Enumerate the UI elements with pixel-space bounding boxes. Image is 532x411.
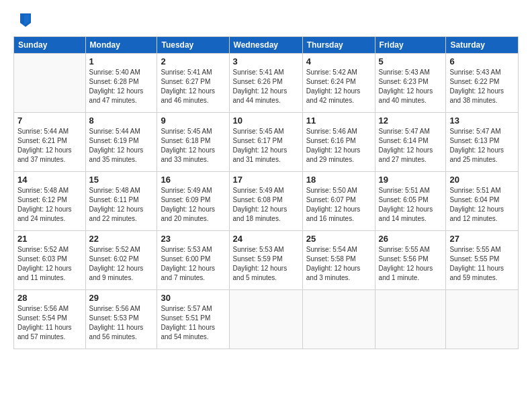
day-number: 25 <box>306 234 371 244</box>
calendar-cell: 5Sunrise: 5:43 AM Sunset: 6:23 PM Daylig… <box>375 54 446 113</box>
calendar-header-friday: Friday <box>375 37 446 54</box>
calendar-cell: 9Sunrise: 5:45 AM Sunset: 6:18 PM Daylig… <box>157 113 229 172</box>
day-number: 30 <box>161 293 225 303</box>
calendar-cell: 10Sunrise: 5:45 AM Sunset: 6:17 PM Dayli… <box>229 113 302 172</box>
calendar-cell: 7Sunrise: 5:44 AM Sunset: 6:21 PM Daylig… <box>14 113 86 172</box>
calendar-header-thursday: Thursday <box>302 37 375 54</box>
day-number: 29 <box>89 293 154 303</box>
day-number: 4 <box>306 56 371 66</box>
day-info: Sunrise: 5:40 AM Sunset: 6:28 PM Dayligh… <box>89 68 154 105</box>
day-info: Sunrise: 5:45 AM Sunset: 6:17 PM Dayligh… <box>233 127 299 165</box>
day-number: 2 <box>161 56 225 66</box>
calendar-cell <box>446 290 519 349</box>
day-info: Sunrise: 5:53 AM Sunset: 5:59 PM Dayligh… <box>233 245 299 283</box>
day-info: Sunrise: 5:46 AM Sunset: 6:16 PM Dayligh… <box>306 127 371 165</box>
calendar-cell: 11Sunrise: 5:46 AM Sunset: 6:16 PM Dayli… <box>302 113 375 172</box>
day-info: Sunrise: 5:56 AM Sunset: 5:53 PM Dayligh… <box>89 304 154 342</box>
calendar-cell: 30Sunrise: 5:57 AM Sunset: 5:51 PM Dayli… <box>157 290 229 349</box>
day-info: Sunrise: 5:50 AM Sunset: 6:07 PM Dayligh… <box>306 186 371 224</box>
day-number: 20 <box>449 175 515 185</box>
day-number: 13 <box>449 116 515 126</box>
header <box>13 11 519 30</box>
day-number: 23 <box>161 234 225 244</box>
calendar-cell: 14Sunrise: 5:48 AM Sunset: 6:12 PM Dayli… <box>14 172 86 231</box>
logo <box>13 11 34 30</box>
calendar-cell: 4Sunrise: 5:42 AM Sunset: 6:24 PM Daylig… <box>302 54 375 113</box>
calendar-header-monday: Monday <box>85 37 157 54</box>
day-info: Sunrise: 5:41 AM Sunset: 6:27 PM Dayligh… <box>161 68 225 105</box>
calendar-cell: 12Sunrise: 5:47 AM Sunset: 6:14 PM Dayli… <box>375 113 446 172</box>
day-number: 17 <box>233 175 299 185</box>
calendar-cell: 22Sunrise: 5:52 AM Sunset: 6:02 PM Dayli… <box>85 231 157 290</box>
day-number: 11 <box>306 116 371 126</box>
day-info: Sunrise: 5:51 AM Sunset: 6:05 PM Dayligh… <box>379 186 443 224</box>
calendar-cell: 29Sunrise: 5:56 AM Sunset: 5:53 PM Dayli… <box>85 290 157 349</box>
calendar-week-row: 28Sunrise: 5:56 AM Sunset: 5:54 PM Dayli… <box>14 290 519 349</box>
day-info: Sunrise: 5:43 AM Sunset: 6:22 PM Dayligh… <box>449 68 515 105</box>
day-info: Sunrise: 5:45 AM Sunset: 6:18 PM Dayligh… <box>161 127 225 165</box>
day-number: 6 <box>449 56 515 66</box>
calendar-header-tuesday: Tuesday <box>157 37 229 54</box>
day-info: Sunrise: 5:49 AM Sunset: 6:09 PM Dayligh… <box>161 186 225 224</box>
day-number: 10 <box>233 116 299 126</box>
day-number: 15 <box>89 175 154 185</box>
calendar-cell: 15Sunrise: 5:48 AM Sunset: 6:11 PM Dayli… <box>85 172 157 231</box>
calendar-cell: 25Sunrise: 5:54 AM Sunset: 5:58 PM Dayli… <box>302 231 375 290</box>
day-info: Sunrise: 5:42 AM Sunset: 6:24 PM Dayligh… <box>306 68 371 105</box>
day-info: Sunrise: 5:43 AM Sunset: 6:23 PM Dayligh… <box>379 68 443 105</box>
calendar-cell <box>302 290 375 349</box>
calendar-week-row: 21Sunrise: 5:52 AM Sunset: 6:03 PM Dayli… <box>14 231 519 290</box>
day-number: 22 <box>89 234 154 244</box>
day-info: Sunrise: 5:49 AM Sunset: 6:08 PM Dayligh… <box>233 186 299 224</box>
calendar-cell: 20Sunrise: 5:51 AM Sunset: 6:04 PM Dayli… <box>446 172 519 231</box>
calendar-header-saturday: Saturday <box>446 37 519 54</box>
day-number: 7 <box>17 116 82 126</box>
day-number: 18 <box>306 175 371 185</box>
calendar-header-wednesday: Wednesday <box>229 37 302 54</box>
day-info: Sunrise: 5:48 AM Sunset: 6:11 PM Dayligh… <box>89 186 154 224</box>
day-info: Sunrise: 5:47 AM Sunset: 6:14 PM Dayligh… <box>379 127 443 165</box>
day-info: Sunrise: 5:53 AM Sunset: 6:00 PM Dayligh… <box>161 245 225 283</box>
day-number: 28 <box>17 293 82 303</box>
day-info: Sunrise: 5:52 AM Sunset: 6:02 PM Dayligh… <box>89 245 154 283</box>
calendar-header-row: SundayMondayTuesdayWednesdayThursdayFrid… <box>14 37 519 54</box>
day-number: 9 <box>161 116 225 126</box>
day-info: Sunrise: 5:56 AM Sunset: 5:54 PM Dayligh… <box>17 304 82 342</box>
calendar-cell: 18Sunrise: 5:50 AM Sunset: 6:07 PM Dayli… <box>302 172 375 231</box>
calendar-week-row: 7Sunrise: 5:44 AM Sunset: 6:21 PM Daylig… <box>14 113 519 172</box>
day-number: 24 <box>233 234 299 244</box>
calendar-table: SundayMondayTuesdayWednesdayThursdayFrid… <box>13 36 519 349</box>
day-number: 1 <box>89 56 154 66</box>
day-info: Sunrise: 5:57 AM Sunset: 5:51 PM Dayligh… <box>161 304 225 342</box>
day-info: Sunrise: 5:44 AM Sunset: 6:19 PM Dayligh… <box>89 127 154 165</box>
day-number: 21 <box>17 234 82 244</box>
day-number: 8 <box>89 116 154 126</box>
day-info: Sunrise: 5:51 AM Sunset: 6:04 PM Dayligh… <box>449 186 515 224</box>
calendar-cell: 27Sunrise: 5:55 AM Sunset: 5:55 PM Dayli… <box>446 231 519 290</box>
calendar-cell: 21Sunrise: 5:52 AM Sunset: 6:03 PM Dayli… <box>14 231 86 290</box>
day-info: Sunrise: 5:52 AM Sunset: 6:03 PM Dayligh… <box>17 245 82 283</box>
calendar-cell: 2Sunrise: 5:41 AM Sunset: 6:27 PM Daylig… <box>157 54 229 113</box>
calendar-cell: 1Sunrise: 5:40 AM Sunset: 6:28 PM Daylig… <box>85 54 157 113</box>
calendar-cell: 28Sunrise: 5:56 AM Sunset: 5:54 PM Dayli… <box>14 290 86 349</box>
logo-icon <box>15 11 34 30</box>
day-info: Sunrise: 5:44 AM Sunset: 6:21 PM Dayligh… <box>17 127 82 165</box>
day-number: 27 <box>449 234 515 244</box>
calendar-cell: 6Sunrise: 5:43 AM Sunset: 6:22 PM Daylig… <box>446 54 519 113</box>
day-info: Sunrise: 5:55 AM Sunset: 5:55 PM Dayligh… <box>449 245 515 283</box>
calendar-cell: 13Sunrise: 5:47 AM Sunset: 6:13 PM Dayli… <box>446 113 519 172</box>
page: SundayMondayTuesdayWednesdayThursdayFrid… <box>0 0 532 411</box>
calendar-cell <box>229 290 302 349</box>
day-number: 3 <box>233 56 299 66</box>
day-info: Sunrise: 5:54 AM Sunset: 5:58 PM Dayligh… <box>306 245 371 283</box>
calendar-cell <box>375 290 446 349</box>
day-number: 26 <box>379 234 443 244</box>
day-info: Sunrise: 5:55 AM Sunset: 5:56 PM Dayligh… <box>379 245 443 283</box>
day-number: 5 <box>379 56 443 66</box>
calendar-cell: 17Sunrise: 5:49 AM Sunset: 6:08 PM Dayli… <box>229 172 302 231</box>
day-info: Sunrise: 5:41 AM Sunset: 6:26 PM Dayligh… <box>233 68 299 105</box>
day-info: Sunrise: 5:48 AM Sunset: 6:12 PM Dayligh… <box>17 186 82 224</box>
day-info: Sunrise: 5:47 AM Sunset: 6:13 PM Dayligh… <box>449 127 515 165</box>
day-number: 14 <box>17 175 82 185</box>
calendar-cell: 23Sunrise: 5:53 AM Sunset: 6:00 PM Dayli… <box>157 231 229 290</box>
